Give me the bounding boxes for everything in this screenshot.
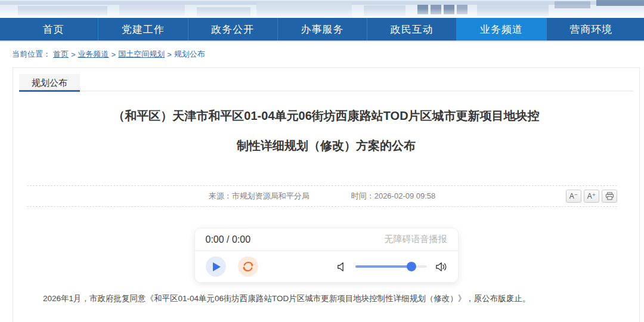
article-title-line-1: （和平区）天津市和平区01-04单元06街坊西康路站TOD片区城市更新项目地块控 bbox=[13, 101, 639, 131]
cityscape-banner-graphic bbox=[0, 0, 644, 18]
article-title-line-2: 制性详细规划（修改）方案的公布 bbox=[13, 131, 639, 160]
breadcrumb: 当前位置： 首页 > 业务频道 > 国土空间规划 > 规划公布 bbox=[12, 49, 644, 60]
breadcrumb-link-business-channel[interactable]: 业务频道 bbox=[78, 49, 109, 60]
breadcrumb-link-home[interactable]: 首页 bbox=[53, 49, 69, 60]
nav-item-services[interactable]: 办事服务 bbox=[277, 18, 367, 41]
breadcrumb-link-land-spatial-planning[interactable]: 国土空间规划 bbox=[118, 49, 165, 60]
nav-item-business-channel[interactable]: 业务频道 bbox=[456, 18, 546, 41]
volume-slider-fill bbox=[355, 265, 412, 268]
breadcrumb-current-page: 规划公布 bbox=[174, 49, 205, 60]
main-nav: 首页 党建工作 政务公开 办事服务 政民互动 业务频道 营商环境 bbox=[0, 18, 644, 41]
source-label: 来源： bbox=[209, 191, 232, 200]
article-title: （和平区）天津市和平区01-04单元06街坊西康路站TOD片区城市更新项目地块控… bbox=[13, 101, 639, 160]
audio-player-header: 0:00 / 0:00 无障碍语音播报 bbox=[195, 228, 458, 251]
audio-player-caption: 无障碍语音播报 bbox=[385, 234, 447, 245]
tab-bar: 规划公布 bbox=[19, 74, 633, 91]
volume-mute-icon[interactable] bbox=[337, 262, 347, 272]
volume-slider[interactable] bbox=[355, 265, 427, 268]
article-source: 来源：市规划资源局和平分局 bbox=[209, 191, 309, 202]
nav-item-party-building[interactable]: 党建工作 bbox=[98, 18, 187, 41]
nav-item-interaction[interactable]: 政民互动 bbox=[367, 18, 456, 41]
breadcrumb-separator: > bbox=[112, 50, 116, 59]
breadcrumb-label: 当前位置： bbox=[12, 49, 51, 60]
font-increase-button[interactable]: A⁺ bbox=[584, 190, 599, 203]
article-meta-bar: 来源：市规划资源局和平分局 时间：2026-02-09 09:58 A⁻ A⁺ bbox=[27, 185, 617, 207]
nav-bottom-edge bbox=[0, 41, 644, 42]
replay-icon bbox=[242, 260, 255, 273]
volume-slider-thumb[interactable] bbox=[407, 262, 416, 271]
replay-button[interactable] bbox=[238, 256, 258, 277]
printer-icon bbox=[605, 192, 614, 200]
audio-player-controls bbox=[195, 251, 458, 282]
play-button[interactable] bbox=[206, 256, 226, 277]
time-label: 时间： bbox=[351, 191, 374, 200]
tab-planning-announcement[interactable]: 规划公布 bbox=[19, 74, 80, 92]
breadcrumb-separator: > bbox=[167, 50, 172, 59]
play-icon bbox=[210, 262, 221, 272]
source-value: 市规划资源局和平分局 bbox=[232, 191, 309, 200]
font-decrease-button[interactable]: A⁻ bbox=[566, 190, 581, 203]
nav-item-gov-affairs[interactable]: 政务公开 bbox=[188, 18, 277, 41]
content-panel: 规划公布 （和平区）天津市和平区01-04单元06街坊西康路站TOD片区城市更新… bbox=[13, 67, 640, 322]
nav-item-home[interactable]: 首页 bbox=[9, 18, 98, 41]
volume-loud-icon[interactable] bbox=[435, 262, 447, 272]
volume-controls bbox=[337, 262, 447, 272]
article-time: 时间：2026-02-09 09:58 bbox=[351, 191, 436, 202]
print-button[interactable] bbox=[602, 190, 617, 203]
time-value: 2026-02-09 09:58 bbox=[374, 191, 436, 200]
audio-time-display: 0:00 / 0:00 bbox=[206, 234, 251, 245]
breadcrumb-separator: > bbox=[71, 50, 76, 59]
audio-player: 0:00 / 0:00 无障碍语音播报 bbox=[194, 228, 459, 283]
article-body-paragraph: 2026年1月，市政府批复同意《和平区01-04单元06街坊西康路站TOD片区城… bbox=[27, 292, 625, 305]
nav-item-business-environment[interactable]: 营商环境 bbox=[546, 18, 636, 41]
header-banner-image bbox=[0, 0, 644, 18]
article-toolbar: A⁻ A⁺ bbox=[566, 190, 617, 203]
